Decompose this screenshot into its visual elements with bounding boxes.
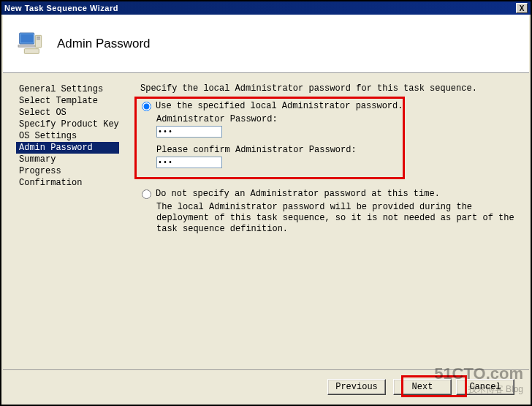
titlebar: New Task Sequence Wizard X (1, 1, 531, 15)
sidebar-item-admin-password[interactable]: Admin Password (16, 142, 119, 154)
computer-icon (15, 29, 44, 59)
svg-rect-6 (24, 48, 39, 53)
radio-do-not-specify[interactable] (142, 189, 151, 199)
admin-password-input[interactable] (156, 126, 222, 138)
sidebar-item-progress[interactable]: Progress (16, 165, 134, 177)
admin-password-label: Administrator Password: (156, 114, 520, 124)
confirm-password-label: Please confirm Administrator Password: (156, 145, 520, 155)
svg-rect-5 (37, 38, 40, 40)
close-button[interactable]: X (516, 3, 528, 13)
page-title: Admin Password (57, 37, 151, 51)
sidebar-item-summary[interactable]: Summary (16, 154, 134, 165)
sidebar-item-select-template[interactable]: Select Template (16, 95, 134, 107)
password-options-group: Use the specified local Administrator pa… (140, 101, 520, 235)
close-icon: X (520, 4, 525, 12)
dialog-window: New Task Sequence Wizard X Admin Passwor… (0, 0, 532, 406)
confirm-password-input[interactable] (156, 157, 222, 168)
footer-buttons: Previous Next Cancel (3, 369, 529, 403)
instruction-text: Specify the local Administrator password… (140, 83, 520, 94)
header-banner: Admin Password (3, 15, 529, 73)
sidebar-item-os-settings[interactable]: OS Settings (16, 130, 134, 142)
content-area: Admin Password General Settings Select T… (3, 15, 529, 403)
wizard-steps-sidebar: General Settings Select Template Select … (3, 73, 134, 369)
previous-button[interactable]: Previous (327, 379, 386, 395)
sidebar-item-specify-product-key[interactable]: Specify Product Key (16, 119, 134, 130)
svg-rect-4 (37, 37, 40, 38)
main-panel: Specify the local Administrator password… (134, 73, 529, 369)
sidebar-item-general-settings[interactable]: General Settings (16, 83, 134, 95)
next-button[interactable]: Next (393, 379, 452, 395)
cancel-button[interactable]: Cancel (456, 379, 514, 395)
next-cancel-group: Next Cancel (393, 379, 514, 395)
do-not-specify-description: The local Administrator password will be… (156, 202, 520, 235)
svg-rect-2 (18, 45, 35, 47)
sidebar-item-confirmation[interactable]: Confirmation (16, 177, 134, 189)
sidebar-item-select-os[interactable]: Select OS (16, 107, 134, 119)
window-title: New Task Sequence Wizard (4, 4, 118, 12)
radio-use-specified[interactable] (142, 102, 151, 111)
svg-rect-1 (20, 34, 33, 42)
password-fields-block: Administrator Password: Please confirm A… (156, 114, 520, 168)
radio-use-specified-label: Use the specified local Administrator pa… (156, 101, 403, 111)
option-do-not-specify: Do not specify an Administrator password… (140, 189, 520, 199)
radio-do-not-specify-label: Do not specify an Administrator password… (156, 189, 440, 199)
option-use-specified: Use the specified local Administrator pa… (140, 101, 520, 111)
body-area: General Settings Select Template Select … (3, 73, 529, 369)
